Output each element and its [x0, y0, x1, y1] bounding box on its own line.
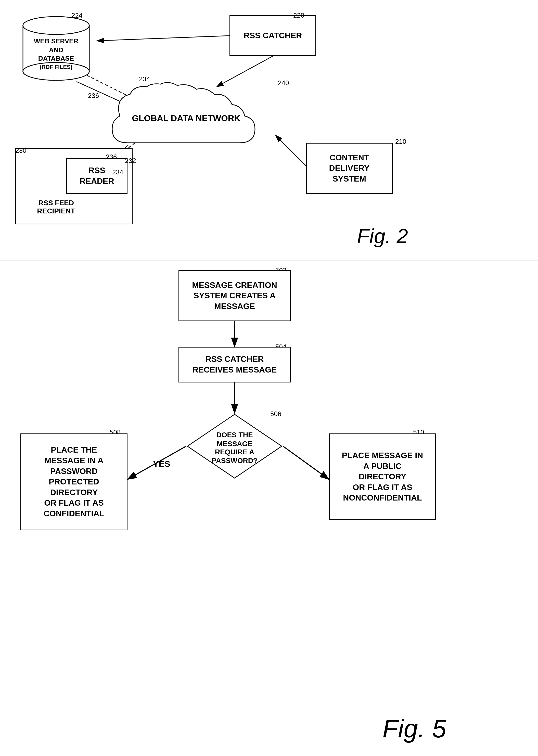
ref-236b: 236 — [106, 153, 117, 161]
ref-220: 220 — [293, 12, 304, 19]
yes-label: YES — [153, 459, 170, 469]
password-dir-box: PLACE THEMESSAGE IN APASSWORDPROTECTEDDI… — [21, 433, 128, 530]
svg-text:(RDF FILES): (RDF FILES) — [40, 64, 73, 70]
web-server-database: WEB SERVER AND DATABASE (RDF FILES) — [21, 15, 92, 81]
svg-text:GLOBAL DATA NETWORK: GLOBAL DATA NETWORK — [132, 113, 241, 123]
public-dir-box: PLACE MESSAGE INA PUBLICDIRECTORYOR FLAG… — [329, 433, 436, 520]
fig5-label: Fig. 5 — [383, 714, 446, 743]
content-delivery-box: CONTENTDELIVERYSYSTEM — [306, 143, 393, 194]
rss-catcher-box: RSS CATCHER — [230, 15, 316, 56]
ref-234a: 234 — [139, 75, 150, 83]
svg-text:DOES THE: DOES THE — [216, 431, 253, 439]
diamond-shape: DOES THE MESSAGE REQUIRE A PASSWORD? — [186, 413, 283, 479]
svg-text:REQUIRE A: REQUIRE A — [215, 448, 254, 456]
svg-line-12 — [283, 446, 329, 479]
msg-creation-label: MESSAGE CREATIONSYSTEM CREATES AMESSAGE — [192, 280, 277, 312]
diagram-container: WEB SERVER AND DATABASE (RDF FILES) 224 … — [0, 0, 538, 756]
section-divider — [0, 260, 538, 261]
password-dir-label: PLACE THEMESSAGE IN APASSWORDPROTECTEDDI… — [44, 445, 104, 519]
rss-receives-box: RSS CATCHERRECEIVES MESSAGE — [179, 347, 291, 382]
rss-feed-recipient-label: RSS FEED RECIPIENT — [21, 199, 92, 215]
rss-reader-label: RSSREADER — [80, 165, 114, 187]
svg-text:AND: AND — [49, 46, 63, 54]
svg-text:MESSAGE: MESSAGE — [217, 440, 252, 448]
svg-text:WEB SERVER: WEB SERVER — [34, 37, 79, 45]
svg-line-8 — [275, 135, 306, 166]
rss-catcher-label: RSS CATCHER — [244, 30, 302, 41]
rss-receives-label: RSS CATCHERRECEIVES MESSAGE — [192, 354, 277, 375]
ref-210: 210 — [395, 138, 406, 145]
ref-230: 230 — [15, 147, 26, 154]
content-delivery-label: CONTENTDELIVERYSYSTEM — [329, 152, 370, 184]
ref-232: 232 — [125, 157, 136, 165]
svg-text:DATABASE: DATABASE — [38, 55, 74, 62]
ref-234b: 234 — [112, 168, 123, 176]
global-network-cloud: GLOBAL DATA NETWORK — [97, 81, 275, 153]
fig2-label: Fig. 2 — [357, 224, 408, 248]
svg-text:PASSWORD?: PASSWORD? — [212, 457, 257, 464]
ref-236a: 236 — [88, 92, 99, 100]
svg-line-2 — [97, 36, 230, 41]
msg-creation-box: MESSAGE CREATIONSYSTEM CREATES AMESSAGE — [179, 270, 291, 321]
public-dir-label: PLACE MESSAGE INA PUBLICDIRECTORYOR FLAG… — [342, 450, 423, 503]
ref-240: 240 — [278, 79, 289, 87]
ref-224: 224 — [72, 12, 82, 19]
